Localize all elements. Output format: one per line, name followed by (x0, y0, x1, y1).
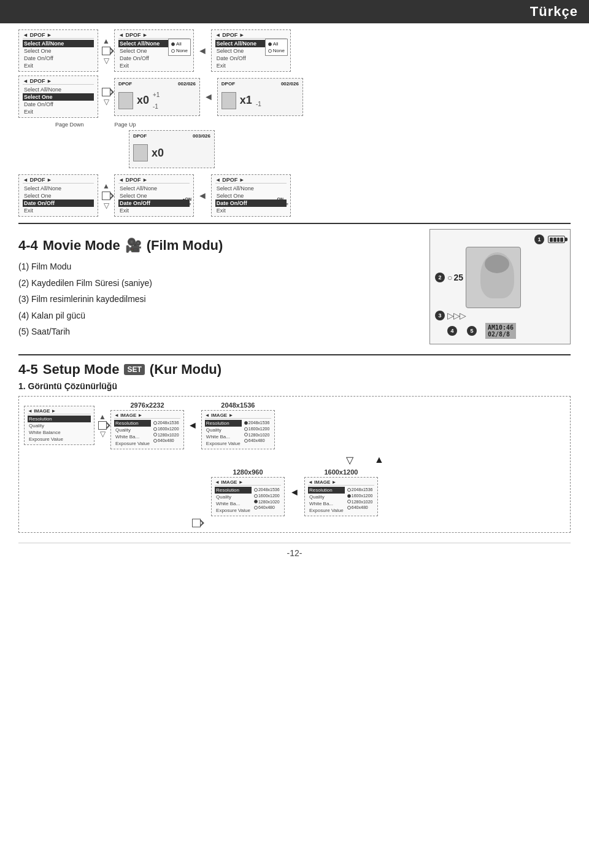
date-select-one-3[interactable]: Select One (215, 192, 287, 200)
date-select-all-3[interactable]: Select All/None (215, 185, 287, 192)
movie-item-1: (1) Film Modu (18, 258, 417, 275)
date-exit-3[interactable]: Exit (215, 207, 287, 214)
date-box-2: ◄ DPOF ► Select All/None Select One Date… (114, 174, 194, 217)
r1280-res[interactable]: Resolution (215, 487, 252, 494)
res-2048-content: Resolution Quality White Ba... Exposure … (205, 420, 271, 447)
square-connector-2 (102, 88, 110, 96)
arrow-down-2: ▽ (104, 98, 109, 106)
res-2976-label: 2976x2232 (130, 401, 164, 409)
plus-minus-2: -1 (256, 93, 261, 107)
res-menu-ev[interactable]: Exposure Value (28, 436, 91, 443)
res-2048-img-title: ◄ IMAGE ► (205, 413, 271, 419)
date-on-off-2[interactable]: Date On/Off (118, 200, 190, 207)
res-2048-box: ◄ IMAGE ► Resolution Quality White Ba...… (201, 410, 275, 449)
setup-section-number: 4-5 (18, 362, 38, 378)
dpof-box-4: ◄ DPOF ► Select All/None Select One Date… (18, 76, 98, 118)
bottom-connector (24, 519, 565, 527)
camera-row-bottom: 4 5 AM10:4602/8/8 (435, 323, 565, 339)
dpof-item-select-one-1[interactable]: Select One (23, 47, 94, 55)
res-arrow-up: ▲ (99, 413, 106, 421)
r1280-qual[interactable]: Quality (215, 494, 252, 500)
date-exit-1[interactable]: Exit (23, 207, 94, 214)
connector-2: ▽ (102, 88, 110, 106)
face-hair (485, 255, 509, 273)
date-on-off-3[interactable]: Date On/Off (215, 200, 287, 207)
dpof-section: ◄ DPOF ► Select All/None Select One Date… (18, 29, 571, 217)
dpof-item-exit-4[interactable]: Exit (23, 108, 94, 115)
date-select-one-2[interactable]: Select One (118, 192, 190, 200)
movie-item-4: (4) Kalan pil gücü (18, 308, 417, 324)
film-strip-3 (133, 144, 148, 161)
r1600-wb[interactable]: White Ba... (308, 500, 345, 507)
res-left-arrow: ◄ (290, 468, 299, 516)
header-title: Türkçe (530, 4, 578, 19)
date-select-all[interactable]: Select All/None (23, 185, 94, 192)
dpof-item-exit-2[interactable]: Exit (118, 62, 190, 69)
movie-mode-title: 4-4 Movie Mode 🎥 (Film Modu) (18, 238, 417, 254)
resolution-outer-box: ◄ IMAGE ► Resolution Quality White Balan… (18, 396, 571, 533)
r2048-ev[interactable]: Exposure Value (205, 440, 242, 447)
res-1600-content: Resolution Quality White Ba... Exposure … (308, 487, 374, 514)
date-box-3: ◄ DPOF ► Select All/None Select One Date… (211, 174, 291, 217)
dpof-item-date-1[interactable]: Date On/Off (23, 55, 94, 62)
setup-icon: SET (124, 364, 144, 375)
camera-row-2: 2 ○ 25 (435, 247, 565, 308)
r2048-qual[interactable]: Quality (205, 427, 242, 433)
dpof-row-2: ◄ DPOF ► Select All/None Select One Date… (18, 76, 571, 118)
dpof-item-select-one-4[interactable]: Select One (23, 93, 94, 101)
r2976-qual[interactable]: Quality (114, 427, 151, 433)
dpof-item-exit-3[interactable]: Exit (215, 62, 287, 69)
dpof-row-1: ◄ DPOF ► Select All/None Select One Date… (18, 29, 571, 72)
res-2976-menu: Resolution Quality White Ba... Exposure … (114, 420, 151, 447)
res-menu-quality[interactable]: Quality (28, 422, 91, 429)
res-1600-group: 1600x1200 ◄ IMAGE ► Resolution Quality W… (304, 468, 378, 516)
res-2048-label: 2048x1536 (221, 401, 255, 409)
date-exit-2[interactable]: Exit (118, 207, 190, 214)
res-1280-opts: 2048x1536 1600x1200 1280x1020 640x480 (254, 487, 280, 514)
date-block: 5 (467, 326, 477, 336)
r2976-ev[interactable]: Exposure Value (114, 440, 151, 447)
base-img-title: ◄ IMAGE ► (28, 408, 91, 414)
movie-section-number: 4-4 (18, 238, 38, 254)
date-title-2: ◄ DPOF ► (118, 177, 190, 184)
camera-diagram: 1 2 ○ 25 (429, 229, 571, 344)
time-display: AM10:4602/8/8 (485, 323, 516, 339)
r2976-wb[interactable]: White Ba... (114, 433, 151, 440)
r2976-res[interactable]: Resolution (114, 420, 151, 427)
r1280-ev[interactable]: Exposure Value (215, 507, 252, 514)
res-arrow-down: ▽ (100, 430, 106, 438)
camera-row-3: 3 ▷▷▷ (435, 311, 565, 320)
dpof-title-4: ◄ DPOF ► (23, 78, 94, 85)
print-count-2: x1 (240, 94, 252, 107)
r2048-res[interactable]: Resolution (205, 420, 242, 427)
dpof-item-select-all[interactable]: Select All/None (23, 40, 94, 47)
page-down-label: Page Down (55, 122, 84, 128)
dpof-item-exit-1[interactable]: Exit (23, 62, 94, 69)
section-divider-2 (18, 354, 571, 355)
r1600-qual[interactable]: Quality (308, 494, 345, 500)
r1600-ev[interactable]: Exposure Value (308, 507, 345, 514)
res-2976-box: ◄ IMAGE ► Resolution Quality White Ba...… (110, 410, 184, 449)
dpof-box-3: ◄ DPOF ► Select All/None Select One Date… (211, 29, 291, 72)
r1600-res[interactable]: Resolution (308, 487, 345, 494)
film-time: 25 (453, 273, 463, 282)
r1280-wb[interactable]: White Ba... (215, 500, 252, 507)
page-number: -12- (18, 543, 571, 558)
res-1280-group: 1280x960 ◄ IMAGE ► Resolution Quality Wh… (211, 468, 285, 516)
photo-box-1: DPOF002/026 x0 +1 -1 (114, 78, 200, 116)
res-2976-content: Resolution Quality White Ba... Exposure … (114, 420, 180, 447)
date-select-one[interactable]: Select One (23, 192, 94, 200)
movie-mode-text: 4-4 Movie Mode 🎥 (Film Modu) (1) Film Mo… (18, 229, 417, 340)
mid-arrow-up: ▲ (374, 454, 384, 466)
date-arrow-right: ◄ (198, 190, 207, 201)
r2048-wb[interactable]: White Ba... (205, 433, 242, 440)
dpof-box-1: ◄ DPOF ► Select All/None Select One Date… (18, 29, 98, 72)
res-menu-resolution[interactable]: Resolution (28, 416, 91, 422)
dpof-row-3: DPOF003/026 x0 (129, 130, 571, 168)
res-menu-wb[interactable]: White Balance (28, 429, 91, 436)
res-vert-arrows: ▲ ▽ (98, 413, 107, 438)
dpof-item-select-all-4[interactable]: Select All/None (23, 86, 94, 93)
dpof-item-date-4[interactable]: Date On/Off (23, 101, 94, 108)
date-select-all-2[interactable]: Select All/None (118, 185, 190, 192)
date-on-off-1[interactable]: Date On/Off (23, 200, 94, 207)
